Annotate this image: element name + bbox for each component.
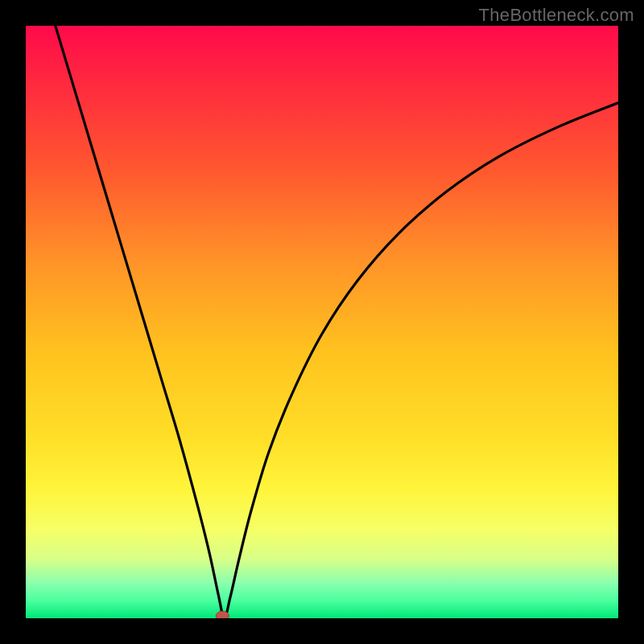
plot-area	[26, 26, 618, 618]
watermark-text: TheBottleneck.com	[479, 5, 634, 26]
bottleneck-chart	[26, 26, 618, 618]
minimum-marker	[216, 611, 229, 618]
outer-frame: TheBottleneck.com	[0, 0, 644, 644]
gradient-background	[26, 26, 618, 618]
